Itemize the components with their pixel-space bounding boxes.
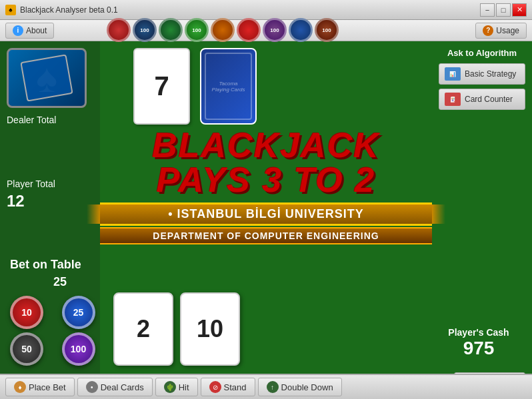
player-card-1-value: 2 xyxy=(137,315,150,343)
bet-amount: 25 xyxy=(10,275,110,289)
hit-label: Hit xyxy=(179,382,189,392)
basic-strategy-button[interactable]: 📊 Basic Strategy xyxy=(439,63,525,85)
place-bet-label: Place Bet xyxy=(29,382,66,392)
chip-100[interactable]: 100 xyxy=(62,332,95,366)
card-counter-icon: 🃏 xyxy=(445,93,461,106)
deal-cards-icon: • xyxy=(86,381,98,393)
top-chip xyxy=(289,18,313,42)
deal-cards-label: Deal Cards xyxy=(101,382,144,392)
chips-grid: 10 25 50 100 xyxy=(10,296,110,366)
info-icon: i xyxy=(13,25,23,36)
player-card-2-value: 10 xyxy=(197,315,223,343)
dealer-total-label: Dealer Total xyxy=(7,115,93,125)
player-total-label: Player Total xyxy=(7,179,93,189)
app-icon: ♠ xyxy=(5,5,16,15)
double-down-label: Double Down xyxy=(281,382,333,392)
card-back-text: TacomaPlaying Cards xyxy=(212,81,245,93)
algo-title: Ask to Algorithm xyxy=(439,48,525,58)
chip-10[interactable]: 10 xyxy=(10,296,43,329)
logo-area xyxy=(7,48,87,108)
close-button[interactable]: ✕ xyxy=(512,3,527,17)
card-counter-label: Card Counter xyxy=(465,95,513,104)
top-chip xyxy=(159,18,183,42)
top-chip: 100 xyxy=(263,18,287,42)
title-bar: ♠ Blackjack Analyser beta 0.1 − □ ✕ xyxy=(0,0,532,20)
player-card-2: 10 xyxy=(180,292,240,366)
top-chip xyxy=(107,18,131,42)
stand-icon: ⊘ xyxy=(209,381,221,393)
double-down-icon: ↑ xyxy=(267,381,279,393)
right-sidebar: Ask to Algorithm 📊 Basic Strategy 🃏 Card… xyxy=(432,41,532,121)
chip-50[interactable]: 50 xyxy=(10,332,43,366)
player-cash-area: Player's Cash 975 xyxy=(432,327,525,359)
top-chip xyxy=(211,18,235,42)
istanbul-text: • ISTANBUL BİLGİ UNIVERSITY xyxy=(113,207,419,221)
player-card-1: 2 xyxy=(113,292,173,366)
question-icon: ? xyxy=(483,25,493,36)
dealer-card-value: 7 xyxy=(154,71,169,101)
about-label: About xyxy=(26,26,47,35)
stand-label: Stand xyxy=(224,382,247,392)
maximize-button[interactable]: □ xyxy=(496,3,511,17)
title-bar-left: ♠ Blackjack Analyser beta 0.1 xyxy=(5,5,118,15)
top-chip: 100 xyxy=(133,18,157,42)
window-title: Blackjack Analyser beta 0.1 xyxy=(20,5,118,15)
chip-25[interactable]: 25 xyxy=(62,296,95,329)
basic-strategy-icon: 📊 xyxy=(445,67,461,81)
logo-card xyxy=(20,54,73,101)
bottom-toolbar: ♦ Place Bet • Deal Cards 🌵 Hit ⊘ Stand ↑… xyxy=(0,374,532,399)
istanbul-banner: • ISTANBUL BİLGİ UNIVERSITY xyxy=(100,202,432,226)
player-cards-area: 2 10 xyxy=(113,292,240,366)
menu-bar: i About 100 100 100 100 ? Usage xyxy=(0,20,532,41)
minimize-button[interactable]: − xyxy=(480,3,495,17)
top-chips-row: 100 100 100 100 xyxy=(107,21,339,42)
top-chip: 100 xyxy=(315,18,339,42)
blackjack-pays-text: BLACKJACK PAYS 3 TO 2 xyxy=(100,128,432,197)
usage-button[interactable]: ? Usage xyxy=(475,23,527,39)
top-chip: 100 xyxy=(185,18,209,42)
hit-icon: 🌵 xyxy=(164,381,176,393)
place-bet-icon: ♦ xyxy=(14,381,26,393)
double-down-button[interactable]: ↑ Double Down xyxy=(258,378,342,396)
basic-strategy-label: Basic Strategy xyxy=(465,69,516,79)
top-chip xyxy=(237,18,261,42)
card-counter-button[interactable]: 🃏 Card Counter xyxy=(439,89,525,110)
dealer-card: 7 xyxy=(133,48,190,125)
usage-label: Usage xyxy=(496,26,519,35)
hit-button[interactable]: 🌵 Hit xyxy=(155,378,198,396)
card-back: TacomaPlaying Cards xyxy=(200,48,257,125)
player-cash-amount: 975 xyxy=(432,338,525,359)
player-cash-label: Player's Cash xyxy=(432,327,525,338)
dept-banner: DEPARTMENT OF COMPUTER ENGINEERING xyxy=(100,227,432,244)
player-total-value: 12 xyxy=(7,192,93,210)
title-controls: − □ ✕ xyxy=(480,3,527,17)
place-bet-button[interactable]: ♦ Place Bet xyxy=(5,378,75,396)
deal-cards-button[interactable]: • Deal Cards xyxy=(77,378,153,396)
blackjack-text-area: BLACKJACK PAYS 3 TO 2 • ISTANBUL BİLGİ U… xyxy=(100,128,432,244)
deck-area: TacomaPlaying Cards xyxy=(200,48,260,128)
dept-text: DEPARTMENT OF COMPUTER ENGINEERING xyxy=(107,230,425,241)
game-area: Dealer Total Player Total 12 7 TacomaPla… xyxy=(0,41,532,399)
stand-button[interactable]: ⊘ Stand xyxy=(201,378,255,396)
bet-label: Bet on Table xyxy=(10,258,110,272)
bet-area: Bet on Table 25 10 25 50 100 xyxy=(0,251,120,372)
about-button[interactable]: i About xyxy=(5,23,54,39)
